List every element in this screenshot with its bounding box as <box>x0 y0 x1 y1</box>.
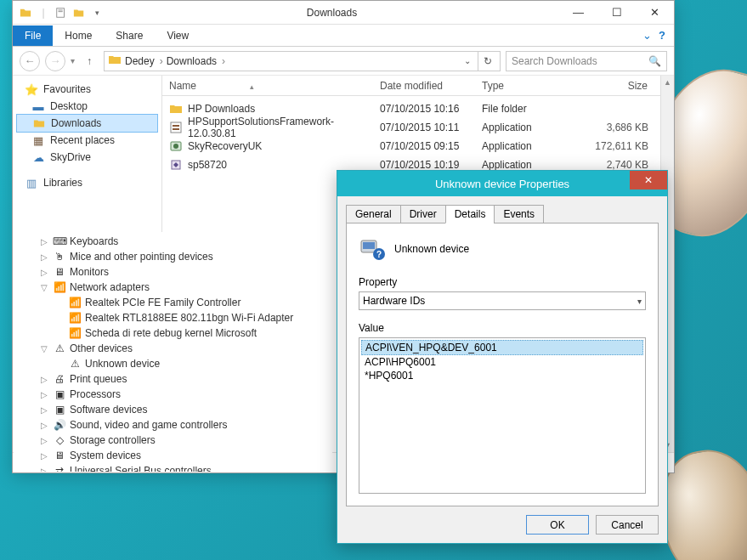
file-name: HP Downloads <box>188 103 255 115</box>
tab-details[interactable]: Details <box>445 205 495 223</box>
tree-item[interactable]: 📶Realtek PCIe FE Family Controller <box>14 295 332 310</box>
tree-expander-icon[interactable]: ▷ <box>39 390 49 399</box>
refresh-button[interactable]: ↻ <box>478 52 496 71</box>
tab-share[interactable]: Share <box>104 25 155 46</box>
search-icon: 🔍 <box>648 55 661 67</box>
column-header-name[interactable]: Name ▴ <box>162 80 373 92</box>
device-manager-tree: ▷⌨Keyboards▷🖱Mice and other pointing dev… <box>14 232 332 472</box>
svg-rect-5 <box>173 128 179 130</box>
sidebar-libraries-header[interactable]: ▥ Libraries <box>13 174 161 191</box>
tree-item[interactable]: ▽⚠Other devices <box>14 341 332 356</box>
ok-button[interactable]: OK <box>526 515 589 535</box>
breadcrumb-item[interactable]: Downloads <box>167 55 225 67</box>
tab-home[interactable]: Home <box>53 25 104 46</box>
value-listbox[interactable]: ACPI\VEN_HPQ&DEV_6001ACPI\HPQ6001*HPQ600… <box>359 337 646 494</box>
tree-item[interactable]: ▷🖨Print queues <box>14 371 332 387</box>
qat-chevron-icon[interactable]: ▾ <box>89 5 105 20</box>
tab-general[interactable]: General <box>346 205 401 223</box>
property-dropdown[interactable]: Hardware IDs ▾ <box>359 291 646 310</box>
ribbon: File Home Share View ⌄ ? <box>13 25 674 47</box>
tree-item[interactable]: ▷⌨Keyboards <box>14 234 332 249</box>
search-input[interactable]: Search Downloads 🔍 <box>506 51 667 71</box>
tree-expander-icon[interactable]: ▷ <box>39 421 49 430</box>
tree-expander-icon[interactable]: ▷ <box>39 237 49 246</box>
help-icon[interactable]: ? <box>659 29 665 42</box>
file-type: Application <box>475 140 575 152</box>
column-header-size[interactable]: Size <box>575 80 655 92</box>
tree-expander-icon[interactable]: ▷ <box>39 451 49 461</box>
properties-icon[interactable] <box>54 5 69 20</box>
file-date: 07/10/2015 10:16 <box>373 103 475 115</box>
minimize-button[interactable]: — <box>559 3 597 22</box>
tree-expander-icon[interactable]: ▷ <box>39 375 49 384</box>
device-category-icon: 🖥 <box>53 449 66 462</box>
column-header-type[interactable]: Type <box>475 80 575 92</box>
tree-expander-icon[interactable]: ▽ <box>39 344 49 354</box>
svg-rect-3 <box>171 122 181 133</box>
maximize-button[interactable]: ☐ <box>597 3 636 22</box>
tree-item[interactable]: ▽📶Network adapters <box>14 280 332 295</box>
dialog-title: Unknown device Properties <box>435 178 569 190</box>
tab-view[interactable]: View <box>155 25 201 46</box>
address-bar[interactable]: Dedey Downloads ⌄ ↻ <box>104 51 501 71</box>
value-item[interactable]: ACPI\HPQ6001 <box>361 355 643 369</box>
svg-rect-2 <box>59 11 63 12</box>
sidebar-label: Recent places <box>50 134 115 146</box>
file-row[interactable]: SkyRecoveryUK07/10/2015 09:15Application… <box>162 137 674 156</box>
sidebar-favourites-header[interactable]: ⭐ Favourites <box>13 81 161 98</box>
device-icon: ? <box>359 235 386 263</box>
tab-events[interactable]: Events <box>494 205 544 223</box>
recent-icon: ▦ <box>31 133 45 147</box>
tree-expander-icon[interactable]: ▷ <box>39 436 49 445</box>
file-icon <box>169 121 183 134</box>
tree-expander-icon[interactable]: ▷ <box>39 467 49 472</box>
chevron-down-icon: ▾ <box>637 297 642 306</box>
tree-label: Monitors <box>70 266 109 278</box>
tree-item[interactable]: 📶Realtek RTL8188EE 802.11bgn Wi-Fi Adapt… <box>14 310 332 325</box>
value-item[interactable]: ACPI\VEN_HPQ&DEV_6001 <box>361 340 643 355</box>
device-name: Unknown device <box>394 243 469 255</box>
sidebar-item-downloads[interactable]: Downloads <box>16 114 158 133</box>
tree-item[interactable]: ▷⇄Universal Serial Bus controllers <box>14 463 332 472</box>
tree-expander-icon[interactable]: ▷ <box>39 252 49 262</box>
tree-item[interactable]: ▷▣Processors <box>14 387 332 402</box>
dialog-titlebar[interactable]: Unknown device Properties ✕ <box>337 171 667 196</box>
tree-label: Unknown device <box>85 358 160 370</box>
tree-label: System devices <box>70 450 141 461</box>
up-button[interactable]: ↑ <box>80 52 99 71</box>
tree-item[interactable]: ▷🖥Monitors <box>14 264 332 280</box>
titlebar[interactable]: | ▾ Downloads — ☐ ✕ <box>13 1 674 25</box>
tab-driver[interactable]: Driver <box>400 205 446 223</box>
sidebar-item-desktop[interactable]: ▬ Desktop <box>13 98 161 115</box>
column-header-date[interactable]: Date modified <box>373 80 475 92</box>
scroll-up-icon[interactable]: ▲ <box>661 76 674 89</box>
value-item[interactable]: *HPQ6001 <box>361 369 643 382</box>
tab-file[interactable]: File <box>13 25 53 46</box>
file-name: HPSupportSolutionsFramework-12.0.30.81 <box>188 116 366 139</box>
tree-item[interactable]: ⚠Unknown device <box>14 356 332 371</box>
file-row[interactable]: HPSupportSolutionsFramework-12.0.30.8107… <box>162 118 674 137</box>
star-icon: ⭐ <box>25 82 38 96</box>
tree-item[interactable]: ▷🖱Mice and other pointing devices <box>14 249 332 264</box>
tree-item[interactable]: ▷🔊Sound, video and game controllers <box>14 417 332 433</box>
back-button[interactable]: ← <box>20 51 40 71</box>
tree-expander-icon[interactable]: ▷ <box>39 405 49 415</box>
recent-chevron-icon[interactable]: ▾ <box>71 56 75 65</box>
cancel-button[interactable]: Cancel <box>596 515 659 535</box>
forward-button[interactable]: → <box>45 51 65 71</box>
new-folder-icon[interactable] <box>71 5 87 20</box>
tree-item[interactable]: ▷◇Storage controllers <box>14 433 332 448</box>
tree-expander-icon[interactable]: ▷ <box>39 268 49 277</box>
expand-ribbon-icon[interactable]: ⌄ <box>642 29 652 42</box>
close-button[interactable]: ✕ <box>636 3 674 22</box>
dialog-close-button[interactable]: ✕ <box>630 171 667 189</box>
sidebar-item-skydrive[interactable]: ☁ SkyDrive <box>13 149 161 166</box>
sidebar-item-recent[interactable]: ▦ Recent places <box>13 132 161 149</box>
tree-item[interactable]: ▷🖥System devices <box>14 448 332 463</box>
address-chevron-icon[interactable]: ⌄ <box>464 56 474 65</box>
device-category-icon: ◇ <box>53 433 66 447</box>
tree-expander-icon[interactable]: ▽ <box>39 283 49 292</box>
tree-item[interactable]: ▷▣Software devices <box>14 402 332 417</box>
breadcrumb-item[interactable]: Dedey <box>125 55 163 67</box>
tree-item[interactable]: 📶Scheda di rete debug kernel Microsoft <box>14 325 332 341</box>
